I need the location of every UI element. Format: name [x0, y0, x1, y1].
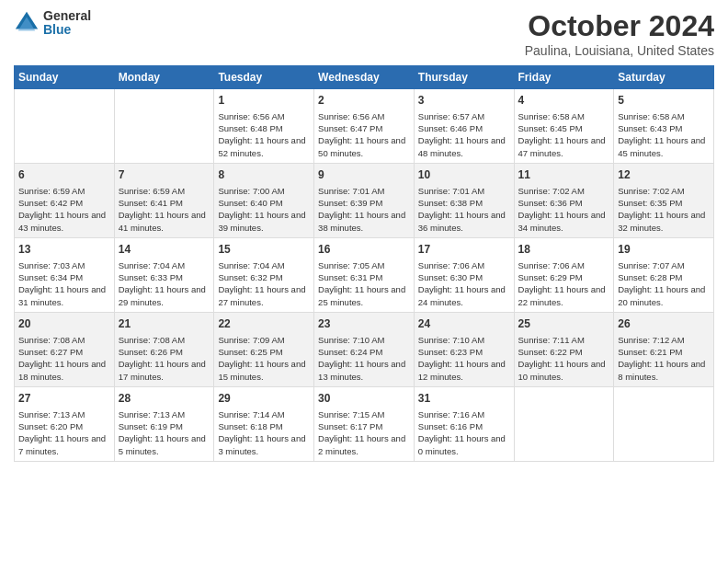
day-cell: 15Sunrise: 7:04 AM Sunset: 6:32 PM Dayli…: [214, 237, 314, 312]
col-header-sunday: Sunday: [15, 66, 115, 89]
day-cell: [514, 386, 614, 461]
day-cell: 23Sunrise: 7:10 AM Sunset: 6:24 PM Dayli…: [314, 312, 415, 386]
page: General Blue October 2024 Paulina, Louis…: [0, 0, 728, 563]
day-cell: 22Sunrise: 7:09 AM Sunset: 6:25 PM Dayli…: [214, 312, 314, 386]
day-info: Sunrise: 6:56 AM Sunset: 6:48 PM Dayligh…: [218, 110, 310, 159]
day-info: Sunrise: 6:58 AM Sunset: 6:43 PM Dayligh…: [618, 110, 710, 159]
day-cell: 30Sunrise: 7:15 AM Sunset: 6:17 PM Dayli…: [314, 386, 415, 461]
day-number: 10: [418, 167, 510, 183]
header: General Blue October 2024 Paulina, Louis…: [14, 9, 714, 58]
day-cell: 14Sunrise: 7:04 AM Sunset: 6:33 PM Dayli…: [114, 237, 214, 312]
day-number: 5: [618, 93, 710, 109]
day-cell: 31Sunrise: 7:16 AM Sunset: 6:16 PM Dayli…: [414, 386, 514, 461]
day-info: Sunrise: 7:01 AM Sunset: 6:39 PM Dayligh…: [318, 185, 410, 234]
day-info: Sunrise: 6:59 AM Sunset: 6:41 PM Dayligh…: [119, 185, 210, 234]
day-info: Sunrise: 7:01 AM Sunset: 6:38 PM Dayligh…: [418, 185, 510, 234]
week-row-3: 13Sunrise: 7:03 AM Sunset: 6:34 PM Dayli…: [15, 237, 714, 312]
day-cell: 25Sunrise: 7:11 AM Sunset: 6:22 PM Dayli…: [514, 312, 614, 386]
day-info: Sunrise: 7:12 AM Sunset: 6:21 PM Dayligh…: [618, 334, 710, 383]
day-number: 8: [218, 167, 310, 183]
day-number: 13: [18, 242, 110, 258]
day-info: Sunrise: 6:59 AM Sunset: 6:42 PM Dayligh…: [18, 185, 110, 234]
day-cell: 12Sunrise: 7:02 AM Sunset: 6:35 PM Dayli…: [614, 163, 714, 237]
header-row: SundayMondayTuesdayWednesdayThursdayFrid…: [15, 66, 714, 89]
day-info: Sunrise: 7:06 AM Sunset: 6:30 PM Dayligh…: [418, 259, 510, 308]
day-number: 11: [518, 167, 610, 183]
day-info: Sunrise: 7:02 AM Sunset: 6:36 PM Dayligh…: [518, 185, 610, 234]
day-cell: 21Sunrise: 7:08 AM Sunset: 6:26 PM Dayli…: [114, 312, 214, 386]
calendar-table: SundayMondayTuesdayWednesdayThursdayFrid…: [14, 65, 714, 462]
day-info: Sunrise: 7:08 AM Sunset: 6:27 PM Dayligh…: [18, 334, 110, 383]
location: Paulina, Louisiana, United States: [525, 43, 714, 58]
day-info: Sunrise: 7:10 AM Sunset: 6:24 PM Dayligh…: [318, 334, 410, 383]
day-cell: 16Sunrise: 7:05 AM Sunset: 6:31 PM Dayli…: [314, 237, 415, 312]
day-number: 6: [18, 167, 110, 183]
day-number: 15: [218, 242, 310, 258]
week-row-5: 27Sunrise: 7:13 AM Sunset: 6:20 PM Dayli…: [15, 386, 714, 461]
day-info: Sunrise: 7:04 AM Sunset: 6:33 PM Dayligh…: [119, 259, 210, 308]
day-number: 17: [418, 242, 510, 258]
day-number: 16: [318, 242, 410, 258]
day-info: Sunrise: 7:16 AM Sunset: 6:16 PM Dayligh…: [418, 408, 510, 457]
day-info: Sunrise: 6:56 AM Sunset: 6:47 PM Dayligh…: [318, 110, 410, 159]
day-number: 22: [218, 316, 310, 332]
col-header-saturday: Saturday: [614, 66, 714, 89]
day-number: 23: [318, 316, 410, 332]
title-block: October 2024 Paulina, Louisiana, United …: [525, 9, 714, 58]
day-number: 9: [318, 167, 410, 183]
day-number: 24: [418, 316, 510, 332]
day-info: Sunrise: 6:58 AM Sunset: 6:45 PM Dayligh…: [518, 110, 610, 159]
day-cell: [614, 386, 714, 461]
day-number: 20: [18, 316, 110, 332]
day-number: 3: [418, 93, 510, 109]
day-info: Sunrise: 7:10 AM Sunset: 6:23 PM Dayligh…: [418, 334, 510, 383]
day-cell: 4Sunrise: 6:58 AM Sunset: 6:45 PM Daylig…: [514, 89, 614, 164]
day-info: Sunrise: 7:03 AM Sunset: 6:34 PM Dayligh…: [18, 259, 110, 308]
day-number: 25: [518, 316, 610, 332]
day-info: Sunrise: 7:00 AM Sunset: 6:40 PM Dayligh…: [218, 185, 310, 234]
day-number: 18: [518, 242, 610, 258]
col-header-thursday: Thursday: [414, 66, 514, 89]
day-number: 31: [418, 391, 510, 407]
col-header-tuesday: Tuesday: [214, 66, 314, 89]
col-header-friday: Friday: [514, 66, 614, 89]
day-info: Sunrise: 7:11 AM Sunset: 6:22 PM Dayligh…: [518, 334, 610, 383]
day-number: 27: [18, 391, 110, 407]
day-cell: 3Sunrise: 6:57 AM Sunset: 6:46 PM Daylig…: [414, 89, 514, 164]
day-cell: 9Sunrise: 7:01 AM Sunset: 6:39 PM Daylig…: [314, 163, 415, 237]
day-cell: 2Sunrise: 6:56 AM Sunset: 6:47 PM Daylig…: [314, 89, 415, 164]
day-info: Sunrise: 7:13 AM Sunset: 6:20 PM Dayligh…: [18, 408, 110, 457]
day-number: 7: [119, 167, 210, 183]
col-header-monday: Monday: [114, 66, 214, 89]
day-number: 26: [618, 316, 710, 332]
logo: General Blue: [14, 9, 91, 38]
day-cell: 7Sunrise: 6:59 AM Sunset: 6:41 PM Daylig…: [114, 163, 214, 237]
day-cell: 6Sunrise: 6:59 AM Sunset: 6:42 PM Daylig…: [15, 163, 115, 237]
day-info: Sunrise: 7:04 AM Sunset: 6:32 PM Dayligh…: [218, 259, 310, 308]
day-number: 19: [618, 242, 710, 258]
day-cell: 28Sunrise: 7:13 AM Sunset: 6:19 PM Dayli…: [114, 386, 214, 461]
day-info: Sunrise: 7:13 AM Sunset: 6:19 PM Dayligh…: [119, 408, 210, 457]
logo-general: General: [43, 9, 91, 23]
day-number: 29: [218, 391, 310, 407]
day-cell: 10Sunrise: 7:01 AM Sunset: 6:38 PM Dayli…: [414, 163, 514, 237]
week-row-4: 20Sunrise: 7:08 AM Sunset: 6:27 PM Dayli…: [15, 312, 714, 386]
day-info: Sunrise: 7:15 AM Sunset: 6:17 PM Dayligh…: [318, 408, 410, 457]
day-info: Sunrise: 7:09 AM Sunset: 6:25 PM Dayligh…: [218, 334, 310, 383]
day-info: Sunrise: 7:05 AM Sunset: 6:31 PM Dayligh…: [318, 259, 410, 308]
day-cell: 8Sunrise: 7:00 AM Sunset: 6:40 PM Daylig…: [214, 163, 314, 237]
day-cell: 26Sunrise: 7:12 AM Sunset: 6:21 PM Dayli…: [614, 312, 714, 386]
day-cell: 5Sunrise: 6:58 AM Sunset: 6:43 PM Daylig…: [614, 89, 714, 164]
week-row-1: 1Sunrise: 6:56 AM Sunset: 6:48 PM Daylig…: [15, 89, 714, 164]
day-cell: 13Sunrise: 7:03 AM Sunset: 6:34 PM Dayli…: [15, 237, 115, 312]
day-info: Sunrise: 7:07 AM Sunset: 6:28 PM Dayligh…: [618, 259, 710, 308]
day-number: 2: [318, 93, 410, 109]
month-title: October 2024: [525, 9, 714, 43]
day-cell: 24Sunrise: 7:10 AM Sunset: 6:23 PM Dayli…: [414, 312, 514, 386]
day-cell: [15, 89, 115, 164]
logo-icon: [14, 10, 40, 36]
day-cell: 1Sunrise: 6:56 AM Sunset: 6:48 PM Daylig…: [214, 89, 314, 164]
day-number: 12: [618, 167, 710, 183]
day-info: Sunrise: 7:14 AM Sunset: 6:18 PM Dayligh…: [218, 408, 310, 457]
day-info: Sunrise: 7:06 AM Sunset: 6:29 PM Dayligh…: [518, 259, 610, 308]
